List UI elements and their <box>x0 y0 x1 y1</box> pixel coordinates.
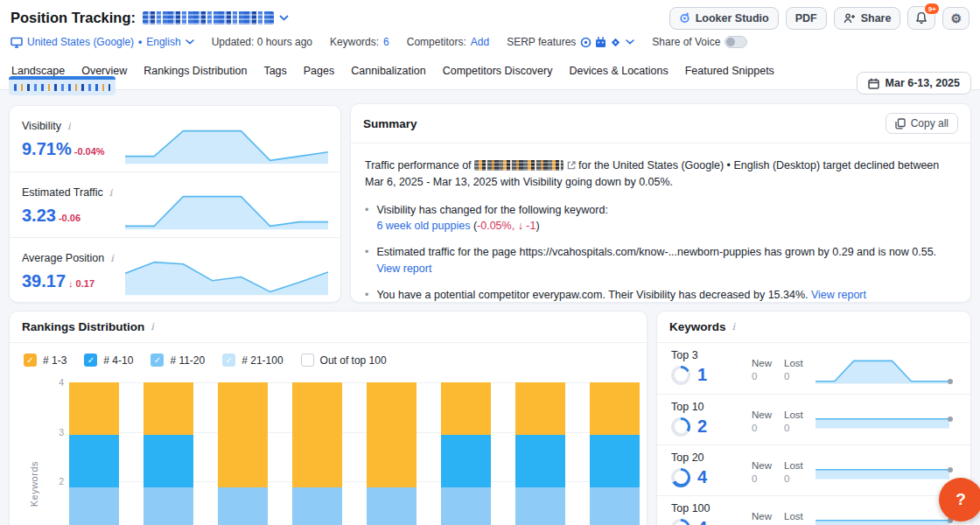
keywords-count: Keywords: 6 <box>330 36 389 48</box>
y-axis-label: Keywords <box>29 461 39 507</box>
top20-sparkline <box>816 458 949 486</box>
info-icon[interactable]: i <box>67 121 71 132</box>
info-icon[interactable]: i <box>109 187 113 199</box>
checkbox-checked-icon: ✓ <box>222 354 235 367</box>
checkbox-checked-icon: ✓ <box>84 354 97 367</box>
visibility-sparkline <box>125 124 328 164</box>
top100-sparkline <box>816 509 949 525</box>
top20-donut <box>671 468 690 487</box>
top3-donut <box>671 366 690 385</box>
top10-donut <box>671 417 690 437</box>
redacted-domain-text <box>14 84 110 91</box>
calendar-icon <box>868 78 879 89</box>
visibility-metric: Visibilityi 9.71%-0.04% <box>10 106 340 172</box>
pdf-button[interactable]: PDF <box>786 7 827 30</box>
rankings-bar <box>144 382 193 525</box>
y-tick: 4 <box>46 377 64 388</box>
keywords-row-top100: Top 100 4 New0 Lost0 <box>657 495 970 525</box>
keywords-count-link[interactable]: 6 <box>383 36 389 48</box>
info-icon[interactable]: i <box>150 321 154 332</box>
summary-bullet-keyword: • Visibility has changed for the followi… <box>365 202 956 235</box>
top10-sparkline <box>816 408 949 436</box>
rankings-title: Rankings Distribution <box>22 320 144 333</box>
rankings-bar <box>218 382 268 525</box>
info-icon[interactable]: i <box>110 253 114 264</box>
visibility-value: 9.71%-0.04% <box>22 139 125 159</box>
keywords-title: Keywords <box>669 320 726 333</box>
competitors: Competitors: Add <box>407 36 489 48</box>
date-range-picker[interactable]: Mar 6-13, 2025 <box>857 72 971 94</box>
competitors-add-link[interactable]: Add <box>471 36 489 48</box>
tab-pages[interactable]: Pages <box>303 56 335 89</box>
tab-devices-locations[interactable]: Devices & Locations <box>568 56 668 89</box>
summary-title: Summary <box>363 117 417 130</box>
estimated-traffic-metric: Estimated Traffici 3.23-0.06 <box>10 172 340 237</box>
keyword-change: -0.05%, ↓ -1 <box>477 220 536 232</box>
summary-intro: Traffic performance of for the United St… <box>365 158 956 191</box>
looker-studio-icon <box>679 12 690 24</box>
position-tracking-page: Position Tracking: Looker Studio PDF <box>0 0 980 525</box>
top100-donut <box>671 519 690 525</box>
average-position-delta: ↓ 0.17 <box>68 278 94 289</box>
chevron-down-icon <box>186 39 194 45</box>
notifications-button[interactable]: 9+ <box>907 6 935 30</box>
estimated-traffic-delta: -0.06 <box>59 213 80 223</box>
tab-competitors-discovery[interactable]: Competitors Discovery <box>442 56 554 89</box>
metrics-panel: Visibilityi 9.71%-0.04% Estimated Traffi… <box>9 105 341 303</box>
view-report-link[interactable]: View report <box>376 262 431 275</box>
serp-pin-icon <box>580 37 592 48</box>
estimated-traffic-value: 3.23-0.06 <box>22 206 125 226</box>
legend-rank-4-10[interactable]: ✓# 4-10 <box>84 354 133 367</box>
estimated-traffic-sparkline <box>125 190 328 230</box>
top3-sparkline <box>816 356 949 384</box>
help-button[interactable]: ? <box>939 478 980 522</box>
monitor-icon <box>10 37 23 48</box>
redacted-domain-inline <box>474 160 564 171</box>
legend-out-of-top-100[interactable]: Out of top 100 <box>301 354 387 367</box>
summary-panel: Summary Copy all Traffic performance of … <box>350 103 971 303</box>
copy-icon <box>895 118 906 130</box>
rankings-bar <box>515 382 565 525</box>
top-header: Position Tracking: Looker Studio PDF <box>0 0 980 56</box>
checkbox-unchecked-icon <box>301 354 314 367</box>
settings-button[interactable]: ⚙ <box>942 7 970 30</box>
keywords-row-top10: Top 10 2 New0 Lost0 <box>657 394 970 444</box>
serp-features-selector[interactable]: SERP features <box>507 36 634 48</box>
redacted-domain-chip[interactable] <box>9 76 116 95</box>
tab-tags[interactable]: Tags <box>262 56 287 89</box>
legend-rank-21-100[interactable]: ✓# 21-100 <box>222 354 283 367</box>
info-icon[interactable]: i <box>732 321 736 332</box>
rankings-bar <box>367 382 416 525</box>
y-tick: 2 <box>46 476 64 486</box>
share-button[interactable]: Share <box>834 7 901 30</box>
share-person-icon <box>844 13 856 24</box>
checkbox-checked-icon: ✓ <box>24 354 37 367</box>
legend-rank-11-20[interactable]: ✓# 11-20 <box>150 354 205 367</box>
tab-featured-snippets[interactable]: Featured Snippets <box>684 56 775 89</box>
rankings-bar <box>69 382 119 525</box>
summary-text: Traffic performance of for the United St… <box>351 144 970 303</box>
summary-bullet-competitor: • You have a potential competitor everyp… <box>365 287 956 304</box>
tab-cannibalization[interactable]: Cannibalization <box>350 56 426 89</box>
rankings-bar <box>441 382 491 525</box>
looker-studio-button[interactable]: Looker Studio <box>669 7 779 30</box>
summary-bullet-traffic: • Estimated traffic for the page https:/… <box>365 244 956 277</box>
chevron-down-icon[interactable] <box>279 15 289 21</box>
notifications-badge: 9+ <box>924 3 940 15</box>
legend-rank-1-3[interactable]: ✓# 1-3 <box>24 354 66 367</box>
tab-rankings-distribution[interactable]: Rankings Distribution <box>143 56 248 89</box>
copy-all-button[interactable]: Copy all <box>886 113 958 134</box>
report-tabs: Landscape Overview Rankings Distribution… <box>0 56 980 90</box>
visibility-delta: -0.04% <box>74 146 105 157</box>
serp-diamond-icon <box>610 37 621 48</box>
share-of-voice-toggle[interactable] <box>724 36 747 48</box>
average-position-sparkline <box>125 256 328 296</box>
keywords-row-top3: Top 3 1 New0 Lost0 <box>657 343 970 394</box>
updated-status: Updated: 0 hours ago <box>212 36 312 48</box>
keywords-row-top20: Top 20 4 New0 Lost0 <box>657 444 970 495</box>
target-selector[interactable]: United States (Google) • English <box>10 36 194 48</box>
external-link-icon[interactable] <box>567 161 576 170</box>
view-report-link[interactable]: View report <box>811 289 866 301</box>
redacted-project-name <box>143 11 274 24</box>
keyword-link[interactable]: 6 week old puppies <box>376 220 470 232</box>
